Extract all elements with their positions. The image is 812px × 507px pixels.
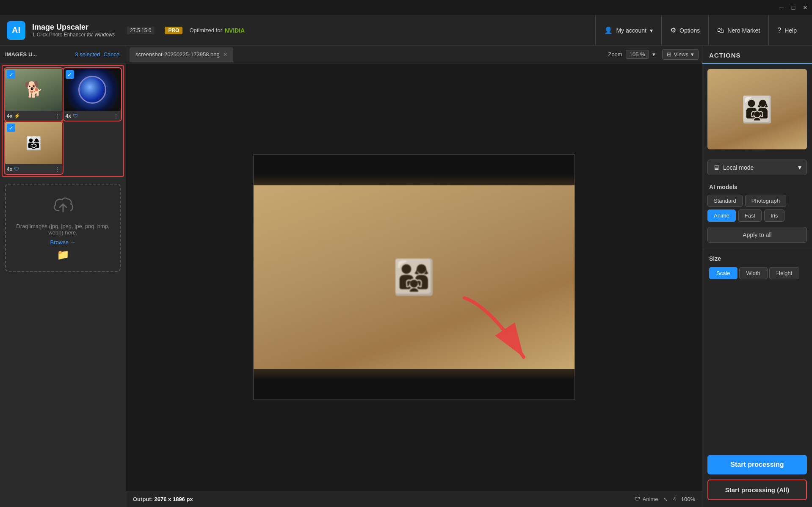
header: AI Image Upscaler 1-Click Photo Enhancer…	[0, 15, 812, 46]
image-footer-family: 4x 🛡 ⋮	[5, 164, 62, 174]
tab-close-button[interactable]: ✕	[223, 52, 227, 58]
family-photo-inner: 👨‍👩‍👧	[254, 185, 574, 369]
image-item-eye[interactable]: 4x 🛡 ⋮	[64, 69, 121, 120]
status-icon: 🛡	[635, 496, 640, 502]
pro-badge: PRO	[165, 27, 182, 34]
tab-bar: screenshot-20250225-173958.png ✕ Zoom 10…	[126, 46, 702, 63]
views-button[interactable]: ⊞ Views ▾	[662, 49, 699, 60]
tab-item-screenshot[interactable]: screenshot-20250225-173958.png ✕	[130, 47, 233, 62]
browse-link[interactable]: Browse →	[50, 239, 76, 245]
drop-text: Drag images (jpg, jpeg, jpe, png, bmp, w…	[11, 223, 115, 236]
views-label: Views	[674, 51, 688, 58]
model-icon-eye: 🛡	[73, 113, 78, 119]
nav-options[interactable]: ⚙ Options	[661, 15, 708, 45]
zoom-label: Zoom	[608, 51, 622, 58]
cancel-button[interactable]: Cancel	[104, 51, 121, 58]
model-btn-anime[interactable]: Anime	[707, 209, 736, 222]
status-model: 🛡 Anime	[635, 496, 658, 502]
image-footer-dog: 4x ⚡ ⋮	[5, 111, 62, 120]
status-scale-icon: ⤡	[663, 496, 668, 502]
folder-icon[interactable]: 📁	[57, 249, 69, 261]
close-button[interactable]: ✕	[802, 4, 809, 11]
views-chevron-icon: ▾	[691, 51, 694, 58]
image-item-dog[interactable]: 4x ⚡ ⋮	[5, 69, 62, 120]
output-label: Output: 2676 x 1896 px	[133, 496, 193, 502]
zoom-control: Zoom 105 % ▾	[608, 50, 655, 59]
ai-models-label: AI models	[702, 180, 812, 193]
image-item-family[interactable]: 4x 🛡 ⋮	[5, 122, 62, 174]
options-icon: ⚙	[670, 26, 676, 34]
ai-models-grid: Standard Photograph Anime Fast Iris	[702, 193, 812, 225]
zoom-chevron-icon: ▾	[652, 51, 655, 58]
monitor-icon: 🖥	[713, 164, 720, 171]
right-panel: ACTIONS 👨‍👩‍👧 🖥 Local mode ▾ AI models S…	[702, 46, 812, 507]
nav-help[interactable]: ? Help	[768, 15, 805, 45]
menu-dots-eye[interactable]: ⋮	[113, 113, 119, 119]
zoom-dropdown[interactable]: 105 %	[626, 50, 649, 59]
app-title-block: Image Upscaler 1-Click Photo Enhancer fo…	[32, 23, 115, 38]
apply-all-button[interactable]: Apply to all	[707, 227, 807, 243]
size-section: Size Scale Width Height	[702, 252, 812, 283]
mode-label: Local mode	[723, 164, 795, 171]
model-btn-standard[interactable]: Standard	[707, 195, 743, 207]
model-btn-photograph[interactable]: Photograph	[745, 195, 786, 207]
views-icon: ⊞	[667, 51, 671, 58]
image-checkbox-family[interactable]	[7, 124, 15, 132]
image-checkbox-dog[interactable]	[7, 70, 15, 79]
version-badge: 27.5.15.0	[127, 27, 155, 34]
nvidia-badge: Optimized for NVIDIA	[189, 27, 245, 34]
size-tab-scale[interactable]: Scale	[709, 267, 737, 279]
divider	[702, 250, 812, 250]
model-icon-dog: ⚡	[14, 113, 20, 119]
size-tab-width[interactable]: Width	[739, 267, 768, 279]
maximize-button[interactable]: □	[790, 4, 797, 11]
nav-nero-market[interactable]: 🛍 Nero Market	[708, 15, 768, 45]
menu-dots-dog[interactable]: ⋮	[55, 113, 61, 119]
tab-bar-right: Zoom 105 % ▾ ⊞ Views ▾	[608, 49, 699, 60]
tab-filename: screenshot-20250225-173958.png	[135, 51, 220, 58]
app-logo: AI	[7, 21, 25, 40]
family-silhouette: 👨‍👩‍👧	[393, 257, 435, 297]
image-checkbox-eye[interactable]	[66, 70, 74, 79]
titlebar: ─ □ ✕	[0, 0, 812, 15]
canvas-image: 👨‍👩‍👧	[253, 154, 575, 400]
selected-badge: 3 selected	[75, 51, 100, 58]
center-content: screenshot-20250225-173958.png ✕ Zoom 10…	[126, 46, 702, 507]
size-tab-height[interactable]: Height	[769, 267, 800, 279]
status-bar: Output: 2676 x 1896 px 🛡 Anime ⤡ 4 100%	[126, 491, 702, 507]
help-icon: ?	[777, 27, 781, 34]
model-btn-iris[interactable]: Iris	[764, 209, 784, 222]
main-content: IMAGES U... 3 selected Cancel 4x ⚡ ⋮	[0, 46, 812, 507]
family-photo: 👨‍👩‍👧	[254, 155, 574, 400]
start-processing-button[interactable]: Start processing	[707, 455, 807, 474]
scale-badge-dog: 4x	[7, 113, 12, 119]
scale-badge-eye: 4x	[66, 113, 71, 119]
cloud-upload-icon	[50, 195, 76, 220]
model-btn-fast[interactable]: Fast	[738, 209, 762, 222]
size-tabs: Scale Width Height	[709, 267, 805, 279]
app-subtitle: 1-Click Photo Enhancer for Windows	[32, 32, 115, 38]
mode-selector[interactable]: 🖥 Local mode ▾	[707, 160, 807, 175]
preview-thumbnail: 👨‍👩‍👧	[707, 69, 807, 149]
header-nav: 👤 My account ▾ ⚙ Options 🛍 Nero Market ?…	[595, 15, 805, 45]
model-icon-family: 🛡	[14, 166, 19, 172]
menu-dots-family[interactable]: ⋮	[55, 166, 61, 173]
size-label: Size	[709, 255, 805, 264]
preview-family-icon: 👨‍👩‍👧	[741, 94, 773, 124]
image-canvas: 👨‍👩‍👧	[126, 63, 702, 491]
sidebar-title: IMAGES U...	[5, 51, 72, 58]
sidebar: IMAGES U... 3 selected Cancel 4x ⚡ ⋮	[0, 46, 126, 507]
output-value: 2676 x 1896 px	[155, 496, 193, 502]
minimize-button[interactable]: ─	[778, 4, 785, 11]
nav-my-account[interactable]: 👤 My account ▾	[595, 15, 661, 45]
market-icon: 🛍	[717, 27, 724, 34]
drop-zone[interactable]: Drag images (jpg, jpeg, jpe, png, bmp, w…	[5, 184, 121, 272]
status-scale: 4	[673, 496, 676, 502]
chevron-down-icon: ▾	[650, 27, 653, 34]
nvidia-logo: NVIDIA	[225, 27, 245, 34]
status-model-label: Anime	[643, 496, 658, 502]
status-bar-right: 🛡 Anime ⤡ 4 100%	[635, 496, 695, 502]
start-processing-all-button[interactable]: Start processing (All)	[707, 479, 807, 500]
scale-badge-family: 4x	[7, 166, 12, 172]
sidebar-header: IMAGES U... 3 selected Cancel	[0, 46, 126, 63]
